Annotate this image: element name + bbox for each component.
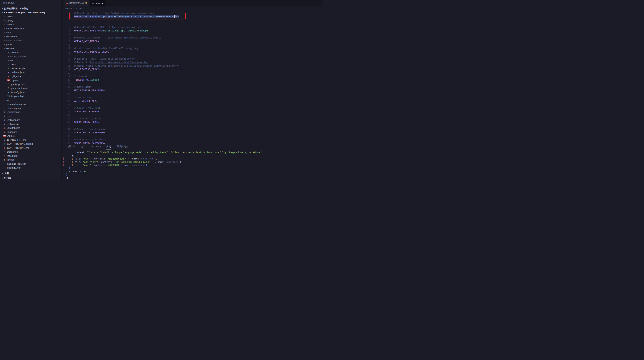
tree-item-eslintrc-json[interactable]: ◉.eslintrc.json	[0, 70, 62, 74]
tree-item-dockerfile[interactable]: ≈Dockerfile	[0, 150, 62, 154]
file-tree[interactable]: ›.github›.husky›.vscode›docker-compose›d…	[0, 14, 62, 171]
code-line[interactable]: # Rate Limit	[74, 85, 322, 89]
code-line[interactable]: # OpenAI API Key - https://platform.open…	[74, 11, 322, 15]
code-line[interactable]	[74, 113, 322, 117]
project-section[interactable]: › CHATGPT-WEB [WSL: UBUNTU-22.04]	[0, 10, 62, 14]
unsaved-dot-icon[interactable]: ●	[102, 2, 103, 4]
breadcrumb[interactable]: service › ⚙ .env	[62, 6, 322, 10]
tab-env[interactable]: ⚙.env●	[90, 0, 106, 6]
tree-item-dockerignore[interactable]: ≈.dockerignore	[0, 106, 62, 110]
code-line[interactable]: # Socks Proxy Port	[74, 117, 322, 120]
code-line[interactable]: SOCKS_PROXY_HOST=	[74, 110, 322, 113]
code-line[interactable]: # Socks Proxy Host	[74, 106, 322, 110]
tree-item-contributing-en-md[interactable]: ↓CONTRIBUTING.en.md	[0, 142, 62, 146]
tree-item-env[interactable]: ⚙.env	[0, 62, 62, 66]
tree-item-env-example[interactable]: $.env.example	[0, 66, 62, 70]
code-line[interactable]: OPENAI_API_DISABLE_DEBUG=	[74, 50, 322, 53]
tree-item-node-modules[interactable]: ›node_modules	[0, 54, 62, 58]
code-line[interactable]	[74, 103, 322, 106]
code-line[interactable]	[74, 43, 322, 46]
code-line[interactable]: # Secret key	[74, 96, 322, 99]
more-actions-icon[interactable]: ⋯	[56, 1, 58, 5]
file-label: CONTRIBUTING.md	[7, 146, 30, 149]
tree-item-vscode[interactable]: ›.vscode	[0, 50, 62, 54]
code-line[interactable]: # OpenAI API Base URL - https://api.open…	[74, 25, 322, 29]
editor[interactable]: 1234567891011121314151617181920212223242…	[62, 10, 322, 144]
tree-item-package-json[interactable]: {}package.json	[0, 166, 62, 170]
tree-item-src[interactable]: ›src	[0, 58, 62, 62]
code-line[interactable]: OPENAI_API_MODEL=	[74, 39, 322, 43]
tree-item-pnpm-lock-yaml[interactable]: !pnpm-lock.yaml	[0, 86, 62, 90]
terminal[interactable]: content: "You are ChatGPT, a large langu…	[62, 149, 322, 180]
tree-item-gitattributes[interactable]: ◆.gitattributes	[0, 126, 62, 130]
tree-item-docker-compose[interactable]: ›docker-compose	[0, 27, 62, 31]
tree-item-npmrc[interactable]: npm.npmrc	[0, 134, 62, 138]
code-line[interactable]	[74, 92, 322, 96]
tree-item-public[interactable]: ›public	[0, 42, 62, 47]
open-editors-section[interactable]: › 打开的编辑器 1 未保存	[0, 6, 62, 10]
tree-item-package-json[interactable]: {}package.json	[0, 82, 62, 86]
tree-item-license[interactable]: ▤license	[0, 158, 62, 162]
code-line[interactable]	[74, 22, 322, 25]
code-line[interactable]	[74, 124, 322, 127]
code-line[interactable]	[74, 32, 322, 36]
code-line[interactable]: OPENAI_API_KEY=fastgpt-y6b3axfbdd5wyp011…	[74, 15, 322, 18]
code-line[interactable]: API_REVERSE_PROXY=	[74, 67, 322, 71]
tree-item-eslintignore[interactable]: ◉.eslintignore	[0, 118, 62, 122]
tree-item-editorconfig[interactable]: ⚙.editorconfig	[0, 110, 62, 114]
panel-tab-item[interactable]: 调试控制台	[116, 144, 128, 149]
code-line[interactable]: # Socks Proxy Password	[74, 138, 322, 141]
tree-item-env[interactable]: ⚙.env	[0, 114, 62, 118]
line-number: 15	[62, 60, 72, 64]
tree-item-src[interactable]: ›src	[0, 98, 62, 102]
outline-section[interactable]: › 大纲	[0, 171, 62, 176]
code-line[interactable]: # timeout	[74, 74, 322, 78]
code-line[interactable]: # OpenAI API Model - https://platform.op…	[74, 36, 322, 39]
tree-item-vscode[interactable]: ›.vscode	[0, 22, 62, 27]
timeline-section[interactable]: › 时间线	[0, 176, 62, 180]
tab-readme-md[interactable]: ◉README.mdM	[64, 0, 90, 6]
code-column[interactable]: # OpenAI API Key - https://platform.open…	[72, 10, 322, 144]
code-line[interactable]: AUTH_SECRET_KEY=	[74, 99, 322, 103]
panel-tab-item[interactable]: 问题16	[66, 144, 75, 149]
tree-item-commitlintrc-json[interactable]: {}.commitlintrc.json	[0, 102, 62, 106]
code-line[interactable]: # More: https://github.com/transitive-bu…	[74, 64, 322, 67]
tree-item-changelog-md[interactable]: ↻CHANGELOG.md	[0, 138, 62, 142]
panel-tab-item[interactable]: 输出	[81, 144, 85, 149]
tree-item-github[interactable]: ›.github	[0, 14, 62, 19]
code-line[interactable]: # Default: https://ai.fakeopen.com/api/c…	[74, 60, 322, 64]
tree-item-kubernetes[interactable]: ›kubernetes	[0, 34, 62, 39]
tree-item-package-lock-json[interactable]: {}package-lock.json	[0, 162, 62, 166]
code-line[interactable]	[74, 134, 322, 138]
code-line[interactable]	[74, 71, 322, 74]
code-line[interactable]: SOCKS_PROXY_PORT=	[74, 120, 322, 124]
code-line[interactable]	[74, 18, 322, 22]
tree-item-service[interactable]: ›service	[0, 46, 62, 50]
tree-item-node-modules[interactable]: ›node_modules	[0, 38, 62, 42]
tree-item-index-html[interactable]: <>index.html	[0, 154, 62, 158]
breadcrumb-folder[interactable]: service	[65, 7, 72, 10]
tree-item-tsup-config-ts[interactable]: TStsup.config.ts	[0, 94, 62, 98]
tree-item-gitignore[interactable]: ◆.gitignore	[0, 130, 62, 134]
code-line[interactable]: # set `true` to disable OpenAI API debug…	[74, 46, 322, 50]
tree-item-eslintrc-cjs[interactable]: ◉.eslintrc.cjs	[0, 122, 62, 126]
code-line[interactable]: MAX_REQUEST_PER_HOUR=	[74, 89, 322, 92]
code-line[interactable]: OPENAI_API_BASE_URL=https://fastgpt.run/…	[74, 29, 322, 32]
tree-item-contributing-md[interactable]: ↓CONTRIBUTING.md	[0, 146, 62, 150]
panel-tab-gitlens[interactable]: GITLENS	[91, 144, 101, 149]
tree-item-npmrc[interactable]: npm.npmrc	[0, 78, 62, 82]
code-line[interactable]: # Socks Proxy Username	[74, 127, 322, 131]
tree-item-tsconfig-json[interactable]: ▣tsconfig.json	[0, 90, 62, 94]
code-line[interactable]	[74, 82, 322, 85]
panel-tab-item[interactable]: 终端	[106, 144, 111, 149]
code-line[interactable]	[74, 53, 322, 57]
tree-item-docs[interactable]: ›docs	[0, 30, 62, 34]
code-line[interactable]: SOCKS_PROXY_USERNAME=	[74, 131, 322, 134]
tree-item-husky[interactable]: ›.husky	[0, 19, 62, 23]
breadcrumb-file[interactable]: .env	[79, 7, 83, 10]
tree-item-gitignore[interactable]: ◆.gitignore	[0, 74, 62, 78]
code-line[interactable]: # Reverse Proxy - Available on accessTok…	[74, 57, 322, 60]
code-line[interactable]: TIMEOUT_MS=100000	[74, 78, 322, 82]
braces-icon: {}	[3, 163, 6, 165]
code-line[interactable]: SOCKS_PROXY_PASSWORD=	[74, 141, 322, 144]
